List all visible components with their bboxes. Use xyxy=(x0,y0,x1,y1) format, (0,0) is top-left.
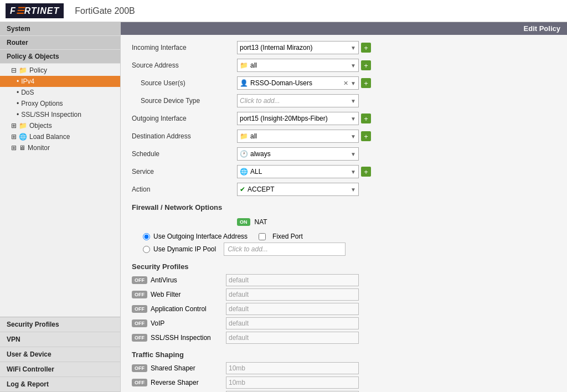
service-value: 🌐 ALL xyxy=(240,168,348,176)
sidebar-tree-loadbalance[interactable]: ⊞ 🌐 Load Balance xyxy=(0,131,120,142)
source-device-type-select[interactable]: Click to add... ▼ xyxy=(237,94,359,107)
sidebar: System Router Policy & Objects ⊟ 📁 Polic… xyxy=(0,22,121,392)
sidebar-bottom-user-device[interactable]: User & Device xyxy=(0,347,120,362)
sidebar-tree-policy[interactable]: ⊟ 📁 Policy xyxy=(0,65,120,76)
service-icon: 🌐 xyxy=(240,168,248,176)
sidebar-bottom-security[interactable]: Security Profiles xyxy=(0,317,120,332)
source-users-add-btn[interactable]: + xyxy=(361,78,371,88)
bullet-icon: • xyxy=(17,78,19,85)
source-address-add-btn[interactable]: + xyxy=(361,60,371,70)
dropdown-arrow: ▼ xyxy=(350,45,356,51)
appcontrol-row: OFF Application Control xyxy=(132,303,556,315)
service-select[interactable]: 🌐 ALL ▼ xyxy=(237,165,359,178)
destination-address-row: Destination Address 📁 all ▼ + xyxy=(132,129,556,143)
voip-input[interactable] xyxy=(226,317,359,329)
reverse-shaper-input[interactable] xyxy=(226,376,359,389)
expand-icon: ⊞ xyxy=(11,144,17,152)
source-users-select[interactable]: 👤 RSSO-Doman-Users ✕ ▼ xyxy=(237,76,359,90)
destination-address-value: 📁 all xyxy=(240,132,348,140)
action-select[interactable]: ✔ ACCEPT ▼ xyxy=(237,183,359,196)
sidebar-tree-dos[interactable]: • DoS xyxy=(0,87,120,98)
voip-row: OFF VoIP xyxy=(132,317,556,329)
main-layout: System Router Policy & Objects ⊟ 📁 Polic… xyxy=(0,22,567,392)
service-add-btn[interactable]: + xyxy=(361,167,371,177)
source-address-label: Source Address xyxy=(132,61,237,69)
sidebar-tree-ipv4[interactable]: • IPv4 xyxy=(0,76,120,87)
antivirus-input[interactable] xyxy=(226,274,359,286)
use-outgoing-label: Use Outgoing Interface Address xyxy=(153,233,248,240)
outgoing-interface-label: Outgoing Interface xyxy=(132,115,237,122)
user-icon: 👤 xyxy=(240,79,248,87)
sidebar-bottom-log[interactable]: Log & Report xyxy=(0,377,120,392)
fixed-port-checkbox[interactable] xyxy=(259,233,266,240)
sidebar-bottom-wifi[interactable]: WiFi Controller xyxy=(0,362,120,377)
antivirus-row: OFF AntiVirus xyxy=(132,274,556,286)
destination-address-wrap: 📁 all ▼ + xyxy=(237,130,556,143)
sidebar-tree: ⊟ 📁 Policy • IPv4 • DoS • Proxy Options … xyxy=(0,64,120,154)
sidebar-item-router[interactable]: Router xyxy=(0,36,120,50)
reverse-shaper-label: Reverse Shaper xyxy=(151,379,199,386)
action-wrap: ✔ ACCEPT ▼ xyxy=(237,183,556,196)
antivirus-label: AntiVirus xyxy=(151,276,177,284)
outgoing-interface-add-btn[interactable]: + xyxy=(361,114,371,123)
source-device-type-placeholder: Click to add... xyxy=(240,97,348,105)
edit-policy-form: Incoming Interface port13 (Internal Mira… xyxy=(121,35,567,392)
use-outgoing-radio[interactable] xyxy=(143,233,150,240)
dynamic-pool-wrap: Click to add... xyxy=(224,243,346,256)
destination-address-label: Destination Address xyxy=(132,132,237,140)
reverse-shaper-toggle[interactable]: OFF xyxy=(132,379,147,386)
source-users-wrap: 👤 RSSO-Doman-Users ✕ ▼ + xyxy=(237,76,556,90)
voip-toggle[interactable]: OFF xyxy=(132,319,147,327)
firewall-section-header: Firewall / Network Options xyxy=(132,203,556,212)
monitor-icon: 🖥 xyxy=(19,144,25,152)
ssl-inspection-toggle[interactable]: OFF xyxy=(132,334,147,342)
appcontrol-input[interactable] xyxy=(226,303,359,315)
nat-toggle[interactable]: ON xyxy=(237,218,250,226)
ssl-inspection-input[interactable] xyxy=(226,332,359,344)
source-users-remove[interactable]: ✕ xyxy=(343,80,348,87)
webfilter-toggle[interactable]: OFF xyxy=(132,291,147,298)
outgoing-interface-value: port15 (Insight-20Mbps-Fiber) xyxy=(240,115,348,122)
outgoing-interface-select[interactable]: port15 (Insight-20Mbps-Fiber) ▼ xyxy=(237,112,359,125)
folder-icon-sm: 📁 xyxy=(240,132,248,140)
schedule-wrap: 🕐 always ▼ xyxy=(237,147,556,161)
ssl-inspection-label: SSL/SSH Inspection xyxy=(151,334,211,342)
shared-shaper-toggle[interactable]: OFF xyxy=(132,364,147,372)
security-profiles-header: Security Profiles xyxy=(132,262,556,271)
bullet-icon: • xyxy=(17,100,19,107)
incoming-interface-add-btn[interactable]: + xyxy=(361,43,371,53)
sidebar-item-policy-objects[interactable]: Policy & Objects xyxy=(0,50,120,64)
sidebar-tree-monitor[interactable]: ⊞ 🖥 Monitor xyxy=(0,142,120,153)
schedule-row: Schedule 🕐 always ▼ xyxy=(132,147,556,161)
sidebar-bottom-vpn[interactable]: VPN xyxy=(0,332,120,347)
antivirus-toggle[interactable]: OFF xyxy=(132,276,147,284)
shared-shaper-input[interactable] xyxy=(226,362,359,374)
schedule-select[interactable]: 🕐 always ▼ xyxy=(237,147,359,161)
appcontrol-toggle[interactable]: OFF xyxy=(132,305,147,313)
folder-icon: 📁 xyxy=(19,66,27,74)
source-address-row: Source Address 📁 all ▼ + xyxy=(132,58,556,73)
destination-address-select[interactable]: 📁 all ▼ xyxy=(237,130,359,143)
source-address-select[interactable]: 📁 all ▼ xyxy=(237,59,359,72)
shared-shaper-row: OFF Shared Shaper xyxy=(132,362,556,374)
incoming-interface-select[interactable]: port13 (Internal Mirazon) ▼ xyxy=(237,41,359,54)
expand-icon: ⊞ xyxy=(11,133,17,141)
destination-address-add-btn[interactable]: + xyxy=(361,131,371,141)
dynamic-pool-input[interactable]: Click to add... xyxy=(224,243,346,256)
sidebar-tree-ssl[interactable]: • SSL/SSH Inspection xyxy=(0,109,120,120)
sidebar-tree-proxy[interactable]: • Proxy Options xyxy=(0,98,120,109)
action-value: ✔ ACCEPT xyxy=(240,185,348,193)
use-outgoing-row: Use Outgoing Interface Address Fixed Por… xyxy=(143,233,556,240)
use-dynamic-radio[interactable] xyxy=(143,246,150,253)
incoming-interface-value: port13 (Internal Mirazon) xyxy=(240,44,348,51)
sidebar-item-system[interactable]: System xyxy=(0,22,120,36)
app-header: F☰RTINET FortiGate 200B xyxy=(0,0,567,22)
webfilter-input[interactable] xyxy=(226,288,359,301)
nat-label: NAT xyxy=(255,218,267,226)
source-address-wrap: 📁 all ▼ + xyxy=(237,59,556,72)
bullet-icon: • xyxy=(17,111,19,118)
reverse-shaper-row: OFF Reverse Shaper xyxy=(132,376,556,389)
service-row: Service 🌐 ALL ▼ + xyxy=(132,164,556,179)
sidebar-tree-objects[interactable]: ⊞ 📁 Objects xyxy=(0,120,120,131)
content-area: Edit Policy Incoming Interface port13 (I… xyxy=(121,22,567,392)
